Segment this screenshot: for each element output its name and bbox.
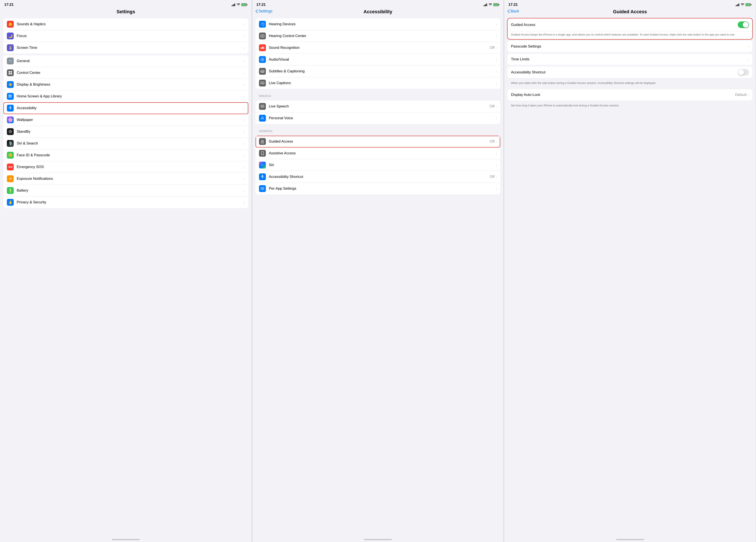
wallpaper-label: Wallpaper: [17, 118, 244, 122]
item-per-app[interactable]: Per-App Settings ›: [256, 183, 500, 194]
svg-rect-23: [499, 4, 499, 5]
display-auto-lock-desc-container: Set how long it takes your iPhone to aut…: [504, 102, 756, 110]
item-subtitles[interactable]: Subtitles & Captioning ›: [256, 66, 500, 77]
chevron-passcode: ›: [748, 45, 749, 48]
live-captions-label: Live Captions: [269, 81, 496, 85]
item-standby[interactable]: StandBy ›: [3, 126, 248, 138]
home-indicator-1: [0, 537, 252, 542]
chevron-face-id: ›: [244, 154, 245, 157]
item-hearing-control-center[interactable]: Hearing Control Center ›: [256, 30, 500, 42]
live-speech-label: Live Speech: [269, 104, 490, 109]
item-focus[interactable]: 🌙 Focus ›: [3, 30, 248, 42]
battery-icon: ⚡: [241, 3, 247, 6]
item-privacy[interactable]: 🤚 Privacy & Security ›: [3, 197, 248, 208]
per-app-icon: [259, 185, 266, 192]
svg-rect-10: [9, 73, 10, 75]
settings-list[interactable]: 🔔 Sounds & Haptics › 🌙 Focus › ⏳ Screen …: [0, 17, 252, 537]
item-live-captions[interactable]: Live Captions ›: [256, 77, 500, 89]
item-battery[interactable]: 🔋 Battery ›: [3, 185, 248, 197]
exposure-icon: ☀: [7, 175, 14, 182]
sounds-label: Sounds & Haptics: [17, 22, 244, 26]
chevron-exposure: ›: [244, 177, 245, 181]
chevron-sound-recognition: ›: [496, 46, 497, 50]
item-personal-voice[interactable]: Personal Voice ›: [256, 112, 500, 124]
svg-point-47: [262, 175, 263, 176]
chevron-siri-search: ›: [244, 142, 245, 145]
status-icons-1: ⚡: [232, 3, 247, 6]
chevron-wallpaper: ›: [244, 118, 245, 122]
standby-label: StandBy: [17, 130, 244, 134]
home-indicator-2: [252, 537, 504, 542]
item-emergency-sos[interactable]: SOS Emergency SOS ›: [3, 161, 248, 173]
hearing-devices-label: Hearing Devices: [269, 22, 496, 26]
chevron-time-limits: ›: [748, 58, 749, 61]
ga-acc-shortcut-toggle[interactable]: [738, 69, 749, 76]
item-sounds-haptics[interactable]: 🔔 Sounds & Haptics ›: [3, 18, 248, 30]
item-display-auto-lock[interactable]: Display Auto-Lock Default ›: [507, 89, 752, 100]
settings-section-main: ⚙️ General › Control Center › ☀️: [3, 55, 248, 208]
svg-rect-38: [261, 105, 264, 107]
back-button-guided[interactable]: Back: [507, 9, 519, 13]
face-id-label: Face ID & Passcode: [17, 153, 244, 157]
hearing-section: Hearing Devices › Hearing Control Center…: [256, 18, 500, 89]
back-chevron-icon-3: [507, 9, 510, 13]
item-siri-search[interactable]: 🎙️ Siri & Search ›: [3, 138, 248, 150]
control-center-icon: [7, 69, 14, 76]
item-exposure[interactable]: ☀ Exposure Notifications ›: [3, 173, 248, 185]
subtitles-label: Subtitles & Captioning: [269, 69, 496, 73]
item-accessibility-shortcut[interactable]: Accessibility Shortcut Off ›: [256, 171, 500, 183]
svg-rect-5: [247, 4, 247, 5]
chevron-assistive-access: ›: [496, 152, 497, 155]
chevron-display-auto-lock: ›: [748, 93, 749, 97]
guided-access-page-title: Guided Access: [613, 9, 647, 14]
back-button-accessibility[interactable]: Settings: [256, 9, 272, 13]
display-label: Display & Brightness: [17, 82, 244, 87]
guided-access-toggle[interactable]: [738, 21, 749, 28]
back-label-guided: Back: [510, 9, 519, 13]
item-time-limits[interactable]: Time Limits ›: [507, 54, 752, 65]
item-guided-access[interactable]: Guided Access Off ›: [256, 136, 500, 148]
screen-time-icon: ⏳: [7, 44, 14, 51]
item-general[interactable]: ⚙️ General ›: [3, 55, 248, 67]
svg-rect-19: [485, 5, 485, 6]
svg-rect-18: [484, 5, 484, 6]
item-audio-visual[interactable]: Audio/Visual ›: [256, 54, 500, 66]
privacy-icon: 🤚: [7, 199, 14, 206]
item-ga-accessibility-shortcut[interactable]: Accessibility Shortcut: [507, 67, 752, 78]
item-assistive-access[interactable]: Assistive Access ›: [256, 148, 500, 159]
display-auto-lock-value: Default: [735, 93, 747, 97]
live-captions-icon: [259, 80, 266, 87]
item-sound-recognition[interactable]: Sound Recognition Off ›: [256, 42, 500, 54]
item-screen-time[interactable]: ⏳ Screen Time ›: [3, 42, 248, 54]
guided-access-toggle-section: Guided Access Guided Access keeps the iP…: [507, 18, 752, 39]
accessibility-list[interactable]: Hearing Devices › Hearing Control Center…: [252, 17, 504, 537]
settings-title: Settings: [117, 9, 135, 14]
status-icons-3: ⚡: [736, 3, 752, 6]
item-siri[interactable]: Siri ›: [256, 159, 500, 171]
item-passcode-settings[interactable]: Passcode Settings ›: [507, 41, 752, 52]
acc-shortcut-icon: [259, 173, 266, 180]
item-accessibility[interactable]: Accessibility ›: [3, 102, 248, 114]
battery-item-icon: 🔋: [7, 187, 14, 194]
item-hearing-devices[interactable]: Hearing Devices ›: [256, 18, 500, 30]
signal-icon-3: [736, 3, 740, 6]
accessibility-page-title: Accessibility: [364, 9, 392, 14]
siri-icon: [259, 162, 266, 169]
svg-rect-21: [487, 3, 487, 6]
item-face-id[interactable]: 😊 Face ID & Passcode ›: [3, 150, 248, 161]
home-screen-label: Home Screen & App Library: [17, 94, 244, 99]
siri-label: Siri: [269, 163, 496, 167]
chevron-guided-access: ›: [496, 140, 497, 144]
item-control-center[interactable]: Control Center ›: [3, 67, 248, 79]
hearing-devices-icon: [259, 21, 266, 28]
item-wallpaper[interactable]: 🌸 Wallpaper ›: [3, 114, 248, 126]
item-home-screen[interactable]: Home Screen & App Library ›: [3, 91, 248, 102]
svg-point-15: [10, 96, 12, 98]
guided-access-list[interactable]: Guided Access Guided Access keeps the iP…: [504, 17, 756, 537]
guided-access-icon: [259, 138, 266, 145]
status-bar-3: 17:21 ⚡: [504, 0, 756, 8]
status-bar-1: 17:21 ⚡: [0, 0, 252, 8]
assistive-access-label: Assistive Access: [269, 151, 496, 156]
item-live-speech[interactable]: Live Speech Off ›: [256, 101, 500, 112]
item-display-brightness[interactable]: ☀️ Display & Brightness ›: [3, 79, 248, 91]
